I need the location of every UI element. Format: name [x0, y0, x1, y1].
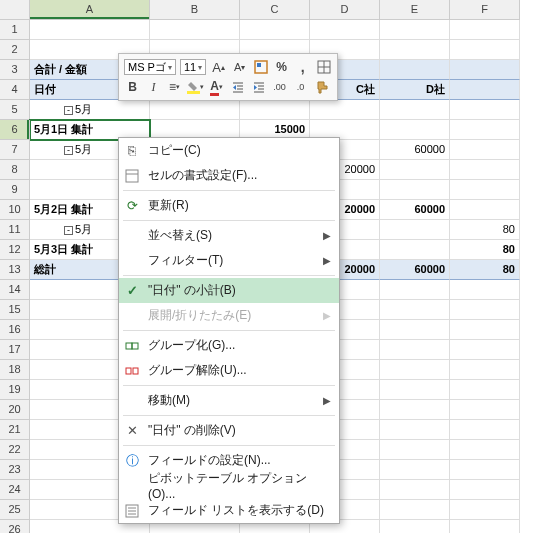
chevron-down-icon[interactable]: ▾: [198, 63, 202, 72]
row-header[interactable]: 25: [0, 500, 30, 520]
menu-subtotal[interactable]: ✓"日付" の小計(B): [119, 278, 339, 303]
row-header[interactable]: 12: [0, 240, 30, 260]
col-header-A[interactable]: A: [30, 0, 150, 20]
row-header[interactable]: 26: [0, 520, 30, 533]
row-header[interactable]: 14: [0, 280, 30, 300]
cell[interactable]: [380, 120, 450, 140]
chevron-down-icon[interactable]: ▾: [168, 63, 172, 72]
cell[interactable]: [450, 200, 520, 220]
row-header[interactable]: 8: [0, 160, 30, 180]
cell[interactable]: [310, 100, 380, 120]
cell[interactable]: [150, 100, 240, 120]
cell[interactable]: [380, 500, 450, 520]
cell[interactable]: 80: [450, 220, 520, 240]
cell[interactable]: [380, 60, 450, 80]
cell[interactable]: [380, 340, 450, 360]
menu-filter[interactable]: フィルター(T)▶: [119, 248, 339, 273]
format-painter-icon[interactable]: [313, 79, 330, 96]
shrink-font-button[interactable]: A▾: [231, 59, 248, 76]
italic-button[interactable]: I: [145, 79, 162, 96]
cell[interactable]: [380, 380, 450, 400]
cell[interactable]: [380, 40, 450, 60]
cell[interactable]: [380, 220, 450, 240]
cell[interactable]: [380, 480, 450, 500]
increase-decimal-icon[interactable]: .00: [271, 79, 288, 96]
menu-delete-field[interactable]: ✕"日付" の削除(V): [119, 418, 339, 443]
font-color-button[interactable]: A▾: [208, 79, 225, 96]
collapse-row[interactable]: -5月: [30, 100, 150, 120]
row-header[interactable]: 16: [0, 320, 30, 340]
cell[interactable]: [380, 180, 450, 200]
cell[interactable]: [450, 120, 520, 140]
cell[interactable]: [380, 20, 450, 40]
col-header-E[interactable]: E: [380, 0, 450, 20]
cell[interactable]: [240, 20, 310, 40]
row-header[interactable]: 22: [0, 440, 30, 460]
cell[interactable]: [380, 160, 450, 180]
font-name-input[interactable]: MS Pゴ▾: [124, 59, 176, 75]
row-header[interactable]: 23: [0, 460, 30, 480]
cell[interactable]: [450, 160, 520, 180]
cell[interactable]: [450, 320, 520, 340]
collapse-icon[interactable]: -: [64, 226, 73, 235]
cell[interactable]: [380, 440, 450, 460]
menu-refresh[interactable]: ⟳更新(R): [119, 193, 339, 218]
cell[interactable]: [450, 520, 520, 533]
menu-move[interactable]: 移動(M)▶: [119, 388, 339, 413]
cell[interactable]: [450, 340, 520, 360]
row-header[interactable]: 10: [0, 200, 30, 220]
decrease-decimal-icon[interactable]: .0: [292, 79, 309, 96]
cell[interactable]: [450, 360, 520, 380]
row-header[interactable]: 20: [0, 400, 30, 420]
row-header[interactable]: 17: [0, 340, 30, 360]
fill-color-button[interactable]: ▾: [187, 79, 204, 96]
row-header[interactable]: 9: [0, 180, 30, 200]
bold-button[interactable]: B: [124, 79, 141, 96]
row-header[interactable]: 24: [0, 480, 30, 500]
cell[interactable]: [450, 380, 520, 400]
row-header[interactable]: 11: [0, 220, 30, 240]
cell[interactable]: [380, 280, 450, 300]
menu-expand-collapse[interactable]: 展開/折りたたみ(E)▶: [119, 303, 339, 328]
col-header-B[interactable]: B: [150, 0, 240, 20]
row-header[interactable]: 13: [0, 260, 30, 280]
borders-icon[interactable]: [315, 59, 332, 76]
cell[interactable]: [450, 60, 520, 80]
menu-copy[interactable]: ⎘コピー(C): [119, 138, 339, 163]
menu-sort[interactable]: 並べ替え(S)▶: [119, 223, 339, 248]
pivot-col-label[interactable]: D社: [380, 80, 450, 100]
percent-button[interactable]: %: [273, 59, 290, 76]
row-header[interactable]: 5: [0, 100, 30, 120]
cell[interactable]: [380, 360, 450, 380]
select-all-corner[interactable]: [0, 0, 30, 20]
cell[interactable]: [30, 20, 150, 40]
cell[interactable]: [380, 100, 450, 120]
font-size-input[interactable]: 11▾: [180, 59, 206, 75]
row-header[interactable]: 4: [0, 80, 30, 100]
cell[interactable]: [380, 240, 450, 260]
cell[interactable]: [380, 520, 450, 533]
cell[interactable]: [450, 280, 520, 300]
indent-icon[interactable]: [250, 79, 267, 96]
cell[interactable]: [380, 300, 450, 320]
cell[interactable]: 80: [450, 260, 520, 280]
row-header[interactable]: 18: [0, 360, 30, 380]
cell[interactable]: [450, 100, 520, 120]
format-cells-icon[interactable]: [252, 59, 269, 76]
cell[interactable]: [450, 140, 520, 160]
grow-font-button[interactable]: A▴: [210, 59, 227, 76]
cell[interactable]: [450, 180, 520, 200]
cell[interactable]: [310, 20, 380, 40]
cell[interactable]: [450, 460, 520, 480]
cell[interactable]: [380, 420, 450, 440]
menu-pivot-options[interactable]: ピボットテーブル オプション(O)...: [119, 473, 339, 498]
row-header[interactable]: 7: [0, 140, 30, 160]
col-header-F[interactable]: F: [450, 0, 520, 20]
comma-button[interactable]: ,: [294, 59, 311, 76]
row-header[interactable]: 2: [0, 40, 30, 60]
cell[interactable]: [450, 420, 520, 440]
collapse-icon[interactable]: -: [64, 106, 73, 115]
cell[interactable]: [450, 400, 520, 420]
cell[interactable]: [380, 460, 450, 480]
cell[interactable]: [450, 20, 520, 40]
